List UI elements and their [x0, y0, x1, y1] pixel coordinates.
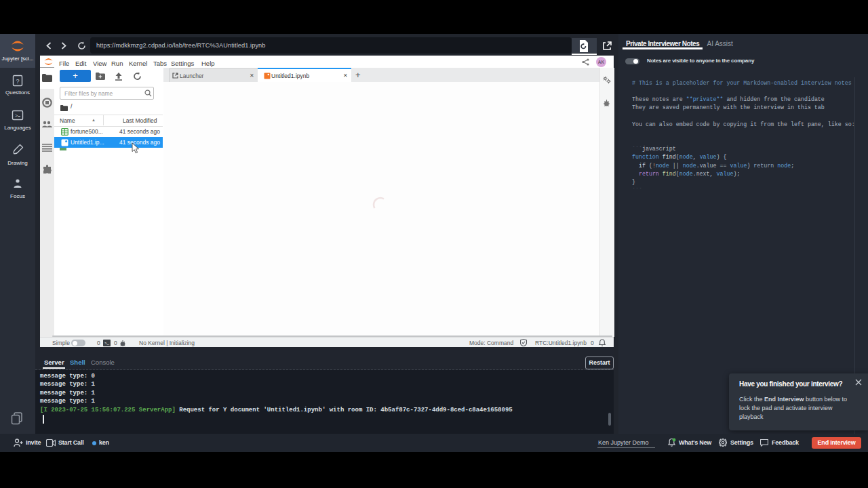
- svg-text:>: >: [15, 113, 18, 119]
- svg-text:?: ?: [16, 78, 19, 85]
